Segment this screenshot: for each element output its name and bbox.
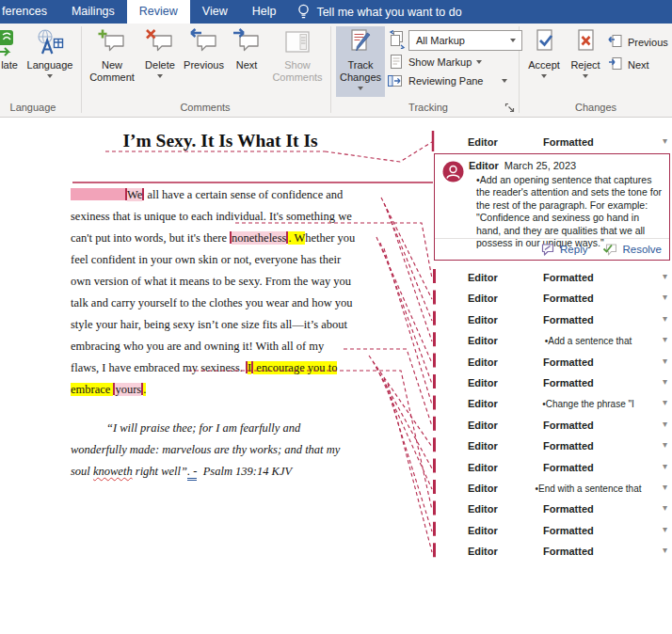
chevron-down-icon[interactable]: ▾ bbox=[663, 334, 667, 344]
translate-button[interactable]: late bbox=[0, 26, 19, 71]
revision-value: Formatted bbox=[543, 357, 594, 368]
revision-header-row[interactable]: Editor Formatted ▾ bbox=[433, 133, 672, 153]
revision-row[interactable]: EditorFormatted▾ bbox=[433, 310, 672, 331]
revision-row[interactable]: EditorFormatted▾ bbox=[433, 416, 672, 436]
comment-card[interactable]: EditorMarch 25, 2023 •Add an opening sen… bbox=[434, 153, 670, 261]
tab-help[interactable]: Help bbox=[240, 0, 289, 24]
revision-author: Editor bbox=[468, 483, 498, 494]
chevron-down-icon[interactable]: ▾ bbox=[663, 271, 667, 281]
chevron-down-icon[interactable]: ▾ bbox=[663, 419, 667, 429]
previous-change-icon bbox=[607, 34, 623, 50]
quote-line: “I will praise thee; for I am fearfully … bbox=[71, 418, 340, 439]
comments-group-label: Comments bbox=[122, 102, 288, 113]
tracking-dialog-launcher[interactable] bbox=[504, 103, 516, 114]
comment-author: Editor bbox=[469, 160, 499, 171]
next-comment-button[interactable]: Next bbox=[229, 26, 264, 71]
text-segment: wonderfully made: marvelous are thy work… bbox=[71, 443, 340, 456]
chevron-down-icon[interactable]: ▾ bbox=[663, 313, 667, 324]
chevron-down-icon[interactable]: ▾ bbox=[663, 482, 667, 492]
next-change-label: Next bbox=[628, 59, 649, 71]
text-segment: knoweth bbox=[93, 465, 133, 478]
revision-author: Editor bbox=[468, 525, 498, 536]
previous-comment-button[interactable]: Previous bbox=[182, 26, 226, 71]
reviewing-pane-button[interactable]: Reviewing Pane bbox=[387, 73, 507, 88]
new-comment-icon bbox=[97, 28, 127, 56]
resolve-icon bbox=[602, 243, 617, 256]
ribbon-tabs: ferencesMailingsReviewViewHelp bbox=[0, 0, 288, 24]
reject-button[interactable]: Reject bbox=[567, 26, 604, 78]
chevron-down-icon[interactable]: ▾ bbox=[663, 135, 667, 146]
reply-button[interactable]: Reply bbox=[541, 243, 587, 256]
revision-row[interactable]: EditorFormatted▾ bbox=[433, 458, 672, 479]
revision-row[interactable]: Editor•End with a sentence that▾ bbox=[433, 479, 672, 499]
next-change-icon bbox=[607, 56, 623, 72]
track-changes-label: Track Changes bbox=[336, 59, 385, 84]
revision-row[interactable]: Editor•Add a sentence that▾ bbox=[433, 331, 672, 352]
document-paragraph: We all have a certain sense of confidenc… bbox=[71, 184, 355, 401]
text-segment: nonetheless bbox=[232, 231, 286, 245]
group-separator bbox=[81, 26, 82, 113]
document-line: own version of what it means to be sexy.… bbox=[71, 271, 355, 293]
track-changes-button[interactable]: Track Changes bbox=[336, 26, 385, 97]
language-button[interactable]: Language bbox=[23, 26, 77, 78]
revision-row[interactable]: EditorFormatted▾ bbox=[433, 289, 672, 309]
revision-row[interactable]: EditorFormatted▾ bbox=[433, 353, 672, 373]
markup-pages-icon bbox=[389, 30, 406, 49]
tell-me-box[interactable]: Tell me what you want to do bbox=[288, 0, 461, 24]
revision-row[interactable]: EditorFormatted▾ bbox=[433, 521, 672, 542]
revision-row[interactable]: EditorFormatted▾ bbox=[433, 542, 672, 563]
track-changes-icon bbox=[346, 28, 375, 56]
chevron-down-icon[interactable]: ▾ bbox=[663, 356, 667, 366]
revision-author: Editor bbox=[468, 420, 498, 431]
avatar bbox=[442, 161, 464, 182]
dropdown-caret-icon bbox=[502, 79, 507, 83]
tab-view[interactable]: View bbox=[190, 0, 240, 24]
tab-mailings[interactable]: Mailings bbox=[59, 0, 127, 24]
tab-review[interactable]: Review bbox=[127, 0, 190, 24]
previous-change-button[interactable]: Previous bbox=[607, 34, 668, 50]
new-comment-button[interactable]: New Comment bbox=[87, 26, 137, 84]
chevron-down-icon[interactable]: ▾ bbox=[663, 292, 667, 302]
show-markup-button[interactable]: Show Markup bbox=[389, 54, 482, 70]
dropdown-caret-icon bbox=[583, 74, 588, 78]
text-segment: soul bbox=[71, 465, 93, 478]
text-segment: “I will praise thee; for I am fearfully … bbox=[106, 421, 300, 435]
display-for-review-select[interactable]: All Markup bbox=[408, 30, 522, 51]
previous-change-label: Previous bbox=[628, 37, 668, 48]
revision-row[interactable]: EditorFormatted▾ bbox=[433, 373, 672, 394]
text-segment: own version of what it means to be sexy.… bbox=[71, 275, 351, 288]
show-markup-label: Show Markup bbox=[408, 56, 472, 68]
revision-row[interactable]: EditorFormatted▾ bbox=[433, 436, 672, 457]
revision-row[interactable]: Editor•Change the phrase "I▾ bbox=[433, 394, 672, 415]
revision-row[interactable]: EditorFormatted▾ bbox=[433, 268, 672, 289]
revision-value: Formatted bbox=[543, 420, 594, 431]
text-segment: . - bbox=[187, 465, 197, 481]
revision-value: Formatted bbox=[543, 546, 594, 557]
chevron-down-icon[interactable]: ▾ bbox=[663, 376, 667, 387]
revision-value: Formatted bbox=[543, 503, 594, 515]
revision-value: Formatted bbox=[543, 462, 594, 473]
chevron-down-icon[interactable]: ▾ bbox=[663, 439, 667, 450]
show-comments-icon bbox=[283, 28, 312, 56]
revision-row[interactable]: EditorFormatted▾ bbox=[433, 499, 672, 520]
dropdown-caret-icon bbox=[157, 74, 163, 78]
chevron-down-icon[interactable]: ▾ bbox=[663, 524, 667, 534]
previous-comment-label: Previous bbox=[184, 59, 224, 71]
tracking-group-label: Tracking bbox=[358, 102, 499, 113]
revision-author: Editor bbox=[468, 357, 498, 368]
comment-card-divider bbox=[435, 238, 669, 239]
chevron-down-icon[interactable]: ▾ bbox=[663, 502, 667, 513]
tab-ferences[interactable]: ferences bbox=[0, 0, 59, 24]
chevron-down-icon[interactable]: ▾ bbox=[663, 461, 667, 471]
chevron-down-icon[interactable]: ▾ bbox=[663, 397, 667, 407]
tell-me-label: Tell me what you want to do bbox=[316, 6, 461, 19]
all-markup-icon-slot bbox=[389, 30, 406, 49]
delete-comment-button[interactable]: Delete bbox=[141, 26, 179, 78]
document-line: can't put into words, but it's there non… bbox=[71, 228, 355, 249]
resolve-button[interactable]: Resolve bbox=[602, 243, 662, 256]
next-change-button[interactable]: Next bbox=[607, 56, 649, 72]
revision-value: •Change the phrase "I bbox=[518, 399, 659, 409]
revision-author: Editor bbox=[468, 293, 498, 304]
chevron-down-icon[interactable]: ▾ bbox=[663, 545, 667, 555]
accept-button[interactable]: Accept bbox=[523, 26, 565, 78]
